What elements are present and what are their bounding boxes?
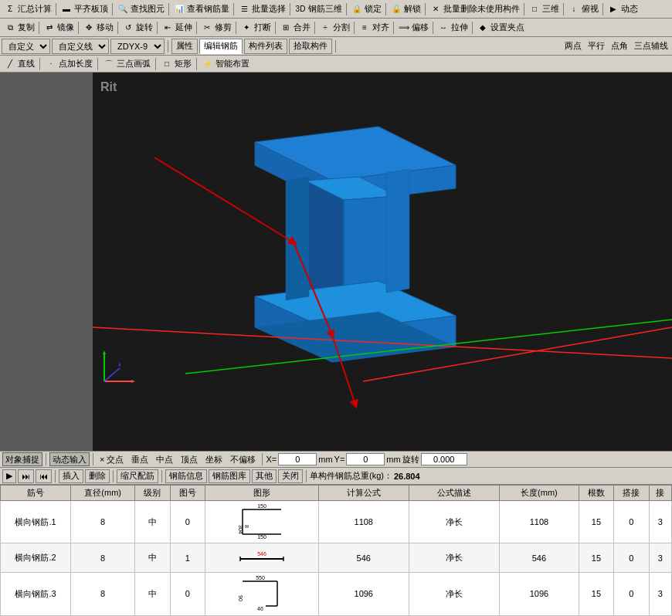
toolbar-merge[interactable]: ⊞ 合并 — [277, 21, 313, 35]
tab-properties[interactable]: 属性 — [171, 39, 198, 54]
toolbar-parallel[interactable]: 平行 — [585, 39, 607, 52]
toolbar-rebar-3d[interactable]: 3D 钢筋三维 — [292, 2, 344, 16]
toolbar-copy[interactable]: ⧉ 复制 — [2, 21, 37, 35]
toolbar-line[interactable]: ╱ 直线 — [2, 57, 37, 71]
table-row[interactable]: 横向钢筋.2 8 中 1 546 546 净长 546 15 0 3 — [1, 543, 672, 573]
toolbar-dynamic[interactable]: ▶ 动态 — [605, 2, 640, 16]
toolbar-align[interactable]: ≡ 对齐 — [356, 21, 392, 35]
toolbar-trim[interactable]: ✂ 修剪 — [199, 21, 234, 35]
midpoint-btn[interactable]: 中点 — [153, 452, 176, 466]
toolbar-rotate[interactable]: ↺ 旋转 — [120, 21, 155, 35]
rebar-drawing-btn[interactable]: 钢筋图库 — [209, 469, 250, 483]
toolbar-point-length[interactable]: · 点加长度 — [42, 57, 95, 71]
next-btn[interactable]: ⏭ — [18, 469, 34, 483]
toolbar-two-points[interactable]: 两点 — [562, 39, 584, 52]
toolbar-summarize[interactable]: Σ 汇总计算 — [2, 2, 54, 16]
find-icon: 🔍 — [117, 3, 129, 15]
sep — [262, 453, 263, 465]
tab-pick-component[interactable]: 拾取构件 — [289, 39, 332, 54]
y-label: Y= — [334, 455, 345, 464]
toolbar-set-grip[interactable]: ◆ 设置夹点 — [474, 21, 527, 35]
svg-text:8: 8 — [243, 525, 249, 528]
toolbar-smart-place[interactable]: ⚡ 智能布置 — [199, 57, 252, 71]
toolbar-arc[interactable]: ⌒ 三点画弧 — [100, 57, 153, 71]
cell-length: 1108 — [500, 501, 579, 543]
prev-btn[interactable]: ⏮ — [36, 469, 52, 483]
svg-marker-22 — [103, 350, 106, 354]
sep — [46, 453, 46, 465]
cell-overlap: 0 — [614, 543, 649, 573]
close-btn[interactable]: 关闭 — [278, 469, 303, 483]
copy-icon: ⧉ — [4, 22, 16, 34]
no-offset-btn[interactable]: 不偏移 — [227, 452, 259, 466]
dynamic-input-btn[interactable]: 动态输入 — [49, 452, 90, 466]
toolbar-rect[interactable]: □ 矩形 — [158, 57, 194, 71]
rotate-input[interactable] — [421, 453, 467, 465]
sep — [335, 40, 336, 52]
line-icon: ╱ — [4, 58, 16, 70]
toolbar-point-angle[interactable]: 点角 — [609, 39, 630, 52]
sep — [196, 22, 197, 34]
toolbar-align-top[interactable]: ▬ 平齐板顶 — [58, 2, 110, 16]
svg-text:550: 550 — [256, 575, 265, 580]
coord-btn[interactable]: 坐标 — [202, 452, 226, 466]
custom-dropdown-1[interactable]: 自定义 — [2, 39, 50, 54]
toolbar-batch-delete[interactable]: ✕ 批量删除未使用构件 — [427, 2, 522, 16]
delete-btn[interactable]: 删除 — [85, 469, 110, 483]
toolbar-split[interactable]: ÷ 分割 — [317, 21, 352, 35]
sep — [78, 22, 79, 34]
intersection-btn[interactable]: × 交点 — [97, 452, 127, 466]
toolbar-batch-select[interactable]: ☰ 批量选择 — [236, 2, 288, 16]
x-input[interactable] — [278, 453, 317, 465]
toolbar-top-view[interactable]: ↓ 俯视 — [565, 2, 601, 16]
grip-icon: ◆ — [477, 22, 489, 34]
snap-object-btn[interactable]: 对象捕捉 — [2, 452, 42, 466]
sep — [354, 22, 355, 34]
trim-icon: ✂ — [201, 22, 213, 34]
table-row[interactable]: 横向钢筋.3 8 中 0 550 90 46 1096 净长 1096 15 0… — [1, 573, 672, 616]
scale-rebar-btn[interactable]: 缩尺配筋 — [117, 469, 158, 483]
lock-icon: 🔒 — [351, 3, 363, 15]
cell-conn: 3 — [649, 573, 671, 616]
custom-line-dropdown[interactable]: 自定义线 — [52, 39, 109, 54]
3d-viewport[interactable]: Rit — [93, 73, 672, 451]
toolbar-three-point-aux[interactable]: 三点辅线 — [632, 39, 670, 52]
cell-count: 15 — [579, 501, 613, 543]
play-btn[interactable]: ▶ — [2, 469, 16, 483]
sep — [563, 3, 564, 15]
sep — [425, 3, 426, 15]
toolbar-view-rebar[interactable]: 📊 查看钢筋量 — [171, 2, 232, 16]
cell-diameter: 8 — [71, 501, 135, 543]
toolbar-3d-view[interactable]: □ 三维 — [526, 2, 562, 16]
toolbar-lock[interactable]: 🔒 锁定 — [348, 2, 384, 16]
zdyx-dropdown[interactable]: ZDYX-9 — [110, 39, 165, 54]
vertex-btn[interactable]: 顶点 — [178, 452, 201, 466]
svg-line-16 — [154, 157, 294, 242]
sep — [306, 470, 307, 482]
rebar-info-btn[interactable]: 钢筋信息 — [165, 469, 207, 483]
toolbar-break[interactable]: ✦ 打断 — [238, 21, 273, 35]
align-h-icon: ≡ — [358, 22, 371, 34]
toolbar-unlock[interactable]: 🔓 解锁 — [388, 2, 423, 16]
y-input[interactable] — [346, 453, 385, 465]
insert-btn[interactable]: 插入 — [59, 469, 83, 483]
cell-shape: 546 — [205, 543, 319, 573]
sep — [314, 22, 315, 34]
sep — [233, 3, 234, 15]
toolbar-mirror[interactable]: ⇄ 镜像 — [41, 21, 76, 35]
tab-component-list[interactable]: 构件列表 — [244, 39, 287, 54]
toolbar-find[interactable]: 🔍 查找图元 — [114, 2, 167, 16]
toolbar-extend[interactable]: ⇤ 延伸 — [159, 21, 195, 35]
perpendicular-btn[interactable]: 垂点 — [128, 452, 151, 466]
extend-icon: ⇤ — [161, 22, 174, 34]
tab-edit-rebar[interactable]: 编辑钢筋 — [199, 39, 243, 54]
other-btn[interactable]: 其他 — [252, 469, 277, 483]
table-row[interactable]: 横向钢筋.1 8 中 0 150 304 8 150 1108 净长 1108 … — [1, 501, 672, 543]
toolbar-move[interactable]: ✥ 移动 — [80, 21, 116, 35]
toolbar-stretch[interactable]: ↔ 拉伸 — [435, 21, 470, 35]
arc-icon: ⌒ — [103, 58, 115, 70]
mm-label-1: mm — [318, 455, 332, 464]
toolbar-offset[interactable]: ⟹ 偏移 — [395, 21, 431, 35]
sep — [346, 3, 347, 15]
align-icon: ▬ — [60, 3, 73, 15]
